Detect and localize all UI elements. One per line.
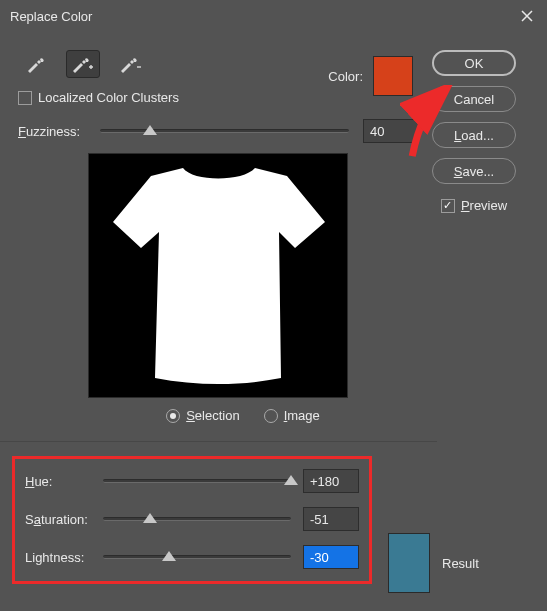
fuzziness-input[interactable]: 40 xyxy=(363,119,419,143)
localized-label: Localized Color Clusters xyxy=(38,90,179,105)
lightness-input[interactable]: -30 xyxy=(303,545,359,569)
saturation-input[interactable]: -51 xyxy=(303,507,359,531)
preview-label: Preview xyxy=(461,198,507,213)
radio-image[interactable]: Image xyxy=(264,408,320,423)
eyedropper-group xyxy=(18,50,328,78)
radio-selection[interactable]: Selection xyxy=(166,408,239,423)
eyedropper-icon xyxy=(24,53,46,75)
titlebar: Replace Color xyxy=(0,0,547,32)
save-button[interactable]: Save... xyxy=(432,158,516,184)
eyedropper-plus-icon xyxy=(71,53,95,75)
hue-label: Hue: xyxy=(25,474,103,489)
result-label: Result xyxy=(442,556,479,571)
eyedropper-button[interactable] xyxy=(18,50,52,78)
close-button[interactable] xyxy=(507,0,547,32)
fuzziness-slider[interactable] xyxy=(100,129,349,133)
slider-thumb[interactable] xyxy=(143,513,157,523)
slider-thumb[interactable] xyxy=(143,125,157,135)
eyedropper-add-button[interactable] xyxy=(66,50,100,78)
slider-thumb[interactable] xyxy=(284,475,298,485)
result-color-swatch[interactable] xyxy=(388,533,430,593)
cancel-button[interactable]: Cancel xyxy=(432,86,516,112)
selection-preview xyxy=(88,153,348,398)
saturation-label: Saturation: xyxy=(25,512,103,527)
lightness-slider[interactable] xyxy=(103,555,291,559)
radio-icon xyxy=(264,409,278,423)
ok-button[interactable]: OK xyxy=(432,50,516,76)
load-button[interactable]: Load... xyxy=(432,122,516,148)
divider xyxy=(0,441,437,442)
hsl-highlight-box: Hue: +180 Saturation: -51 Lightness: -30 xyxy=(12,456,372,584)
source-color-swatch[interactable] xyxy=(373,56,413,96)
fuzziness-label: Fuzziness: xyxy=(18,124,100,139)
eyedropper-minus-icon xyxy=(119,53,143,75)
radio-icon xyxy=(166,409,180,423)
lightness-label: Lightness: xyxy=(25,550,103,565)
hue-slider[interactable] xyxy=(103,479,291,483)
saturation-slider[interactable] xyxy=(103,517,291,521)
shirt-mask-icon xyxy=(111,162,327,390)
preview-checkbox[interactable] xyxy=(441,199,455,213)
localized-checkbox[interactable] xyxy=(18,91,32,105)
slider-thumb[interactable] xyxy=(162,551,176,561)
dialog-title: Replace Color xyxy=(10,9,507,24)
hue-input[interactable]: +180 xyxy=(303,469,359,493)
color-label: Color: xyxy=(328,69,363,84)
eyedropper-subtract-button[interactable] xyxy=(114,50,148,78)
close-icon xyxy=(521,10,533,22)
